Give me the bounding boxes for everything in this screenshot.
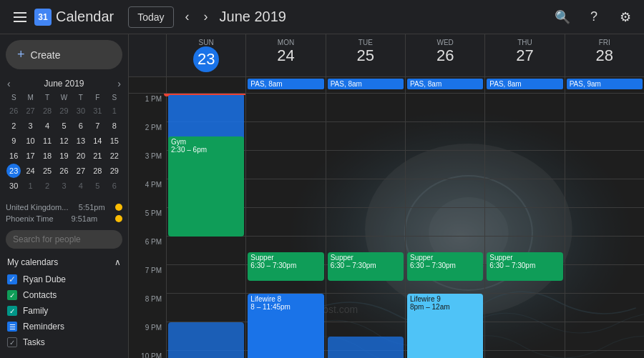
collapse-icon[interactable]: ∧ bbox=[114, 257, 121, 267]
cal-item-ryan[interactable]: ✓ Ryan Dube bbox=[6, 272, 122, 287]
mini-cal-day[interactable]: 2 bbox=[40, 179, 54, 193]
event-mon-lifewire8[interactable]: Lifewire 88 – 11:45pm bbox=[248, 294, 323, 358]
event-wed-lifewire9[interactable]: Lifewire 98pm – 12am bbox=[407, 294, 483, 358]
app-logo: 31 Calendar bbox=[34, 9, 114, 26]
settings-button[interactable]: ⚙ bbox=[613, 4, 638, 30]
mini-cal-day[interactable]: 1 bbox=[24, 179, 38, 193]
mini-cal-day[interactable]: 29 bbox=[57, 104, 71, 118]
allday-col-mon: PAS, 8am bbox=[245, 77, 325, 93]
mini-cal-day[interactable]: 3 bbox=[24, 119, 38, 133]
day-header-wed[interactable]: WED 26 bbox=[405, 34, 484, 76]
next-button[interactable]: › bbox=[198, 6, 214, 27]
event-gym[interactable]: Gym2:30 – 6pm bbox=[168, 136, 244, 237]
mini-cal-next[interactable]: › bbox=[117, 78, 121, 89]
day-header-tue[interactable]: TUE 25 bbox=[326, 34, 405, 76]
search-people-input[interactable] bbox=[6, 230, 122, 249]
event-wed-lifewire9-label: Lifewire 98pm – 12am bbox=[410, 295, 480, 311]
mini-cal-prev[interactable]: ‹ bbox=[7, 78, 11, 89]
mini-cal-day[interactable]: 9 bbox=[6, 134, 21, 148]
event-wed-supper[interactable]: Supper6:30 – 7:30pm bbox=[407, 252, 483, 281]
mini-cal-day[interactable]: 27 bbox=[24, 104, 38, 118]
mini-cal-day[interactable]: 24 bbox=[24, 164, 38, 178]
mini-cal-day[interactable]: 4 bbox=[74, 179, 88, 193]
mini-cal-day[interactable]: 20 bbox=[74, 149, 88, 163]
mini-cal-day[interactable]: 12 bbox=[57, 134, 71, 148]
cal-item-family[interactable]: ✓ Family bbox=[6, 303, 122, 319]
timezone-section: United Kingdom... 5:51pm Phoenix Time 9:… bbox=[6, 202, 122, 224]
mini-cal-day[interactable]: 21 bbox=[90, 149, 104, 163]
mini-cal-day[interactable]: 22 bbox=[107, 149, 122, 163]
search-button[interactable]: 🔍 bbox=[550, 4, 575, 30]
event-sun-blue2[interactable] bbox=[168, 322, 244, 358]
mini-cal-day[interactable]: 27 bbox=[74, 164, 88, 178]
mini-cal-day[interactable]: 16 bbox=[6, 149, 21, 163]
mini-cal-day[interactable]: 2 bbox=[6, 119, 21, 133]
day-column-mon[interactable]: Supper6:30 – 7:30pm Lifewire 88 – 11:45p… bbox=[245, 94, 325, 358]
allday-event-wed[interactable]: PAS, 8am bbox=[407, 79, 483, 89]
day-name-wed: WED bbox=[406, 39, 484, 46]
mini-cal-day[interactable]: 30 bbox=[6, 179, 21, 193]
day-header-mon[interactable]: MON 24 bbox=[245, 34, 325, 76]
mini-cal-day[interactable]: 23 bbox=[6, 164, 21, 178]
today-button[interactable]: Today bbox=[128, 6, 173, 28]
mini-cal-day[interactable]: 8 bbox=[107, 119, 122, 133]
mini-cal-day[interactable]: 28 bbox=[40, 104, 54, 118]
event-tue-blue[interactable] bbox=[328, 337, 404, 358]
mini-cal-day[interactable]: 18 bbox=[40, 149, 54, 163]
mini-cal-day[interactable]: 29 bbox=[107, 164, 122, 178]
tz-row-uk: United Kingdom... 5:51pm bbox=[6, 202, 122, 213]
cal-name-contacts: Contacts bbox=[23, 290, 57, 300]
mini-cal-day[interactable]: 31 bbox=[90, 104, 104, 118]
mini-cal-day[interactable]: 13 bbox=[74, 134, 88, 148]
create-button[interactable]: + Create bbox=[6, 40, 122, 69]
mini-cal-day[interactable]: 4 bbox=[40, 119, 54, 133]
mini-cal-day[interactable]: 25 bbox=[40, 164, 54, 178]
allday-event-thu[interactable]: PAS, 8am bbox=[487, 79, 562, 89]
day-header-sun[interactable]: SUN 23 bbox=[166, 34, 245, 76]
day-header-thu[interactable]: THU 27 bbox=[484, 34, 564, 76]
mini-cal-day[interactable]: 26 bbox=[57, 164, 71, 178]
mini-cal-day[interactable]: 3 bbox=[57, 179, 71, 193]
event-mon-supper[interactable]: Supper6:30 – 7:30pm bbox=[248, 252, 323, 281]
plus-icon: + bbox=[17, 47, 25, 62]
day-header-fri[interactable]: FRI 28 bbox=[565, 34, 644, 76]
time-grid-scroll[interactable]: 1 PM 2 PM 3 PM 4 PM 5 PM 6 PM 7 PM 8 PM … bbox=[129, 94, 644, 358]
mini-cal-day[interactable]: 15 bbox=[107, 134, 122, 148]
mini-cal-day[interactable]: 6 bbox=[74, 119, 88, 133]
time-labels: 1 PM 2 PM 3 PM 4 PM 5 PM 6 PM 7 PM 8 PM … bbox=[129, 94, 166, 358]
event-thu-supper[interactable]: Supper6:30 – 7:30pm bbox=[487, 252, 562, 281]
mini-cal-day[interactable]: 5 bbox=[90, 179, 104, 193]
prev-button[interactable]: ‹ bbox=[180, 6, 195, 27]
mini-cal-day[interactable]: 26 bbox=[6, 104, 21, 118]
menu-button[interactable] bbox=[6, 3, 34, 31]
allday-event-tue[interactable]: PAS, 8am bbox=[328, 79, 404, 89]
tz-dot-uk bbox=[115, 204, 122, 211]
day-column-wed[interactable]: Supper6:30 – 7:30pm Lifewire 98pm – 12am bbox=[405, 94, 484, 358]
allday-col-wed: PAS, 8am bbox=[405, 77, 484, 93]
mini-cal-day[interactable]: 10 bbox=[24, 134, 38, 148]
day-column-fri[interactable] bbox=[565, 94, 644, 358]
cal-item-tasks[interactable]: ✓ Tasks bbox=[6, 334, 122, 350]
mini-cal-day[interactable]: 11 bbox=[40, 134, 54, 148]
day-column-sun[interactable]: Gym2:30 – 6pm bbox=[166, 94, 245, 358]
allday-event-mon[interactable]: PAS, 8am bbox=[248, 79, 323, 89]
mini-cal-day[interactable]: 19 bbox=[57, 149, 71, 163]
mini-cal-day[interactable]: 1 bbox=[107, 104, 122, 118]
cal-item-reminders[interactable]: ☰ Reminders bbox=[6, 319, 122, 334]
mini-cal-day[interactable]: 30 bbox=[74, 104, 88, 118]
event-tue-supper[interactable]: Supper6:30 – 7:30pm bbox=[328, 252, 404, 281]
cal-item-contacts[interactable]: ✓ Contacts bbox=[6, 287, 122, 303]
mini-cal-day[interactable]: 5 bbox=[57, 119, 71, 133]
allday-event-fri[interactable]: PAS, 9am bbox=[567, 79, 643, 89]
mini-cal-day[interactable]: 6 bbox=[107, 179, 122, 193]
mini-cal-day[interactable]: 7 bbox=[90, 119, 104, 133]
day-column-thu[interactable]: Supper6:30 – 7:30pm bbox=[484, 94, 564, 358]
help-button[interactable]: ? bbox=[581, 4, 607, 30]
mini-cal-day[interactable]: 28 bbox=[90, 164, 104, 178]
mini-cal-day[interactable]: 14 bbox=[90, 134, 104, 148]
mini-cal-day[interactable]: 17 bbox=[24, 149, 38, 163]
app-title: Calendar bbox=[56, 9, 114, 25]
day-name-fri: FRI bbox=[565, 39, 644, 46]
event-mon-supper-label: Supper6:30 – 7:30pm bbox=[250, 254, 321, 269]
day-column-tue[interactable]: Supper6:30 – 7:30pm bbox=[326, 94, 405, 358]
